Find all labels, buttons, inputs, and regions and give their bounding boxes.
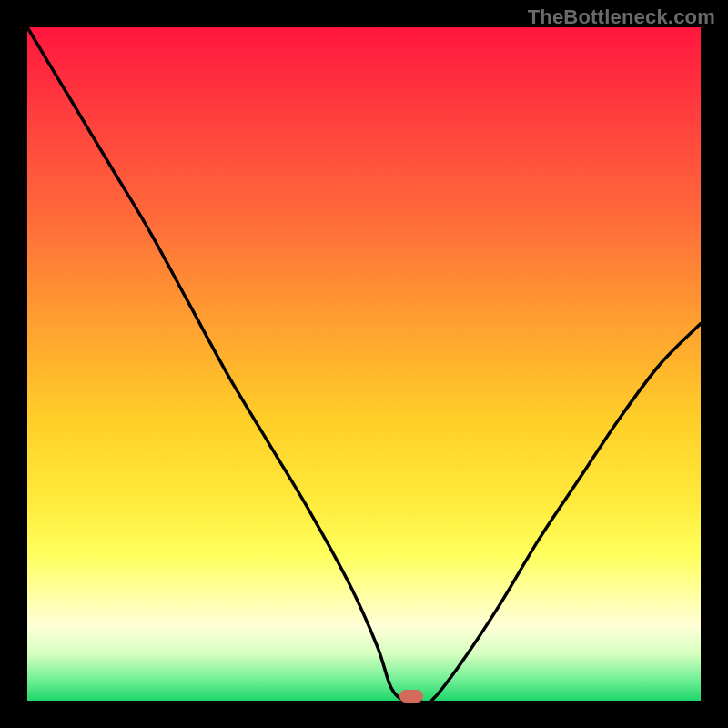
plot-area <box>27 27 701 701</box>
chart-frame: TheBottleneck.com <box>0 0 728 728</box>
min-marker <box>399 690 423 703</box>
attribution-text: TheBottleneck.com <box>528 5 715 29</box>
bottleneck-curve <box>27 27 701 701</box>
